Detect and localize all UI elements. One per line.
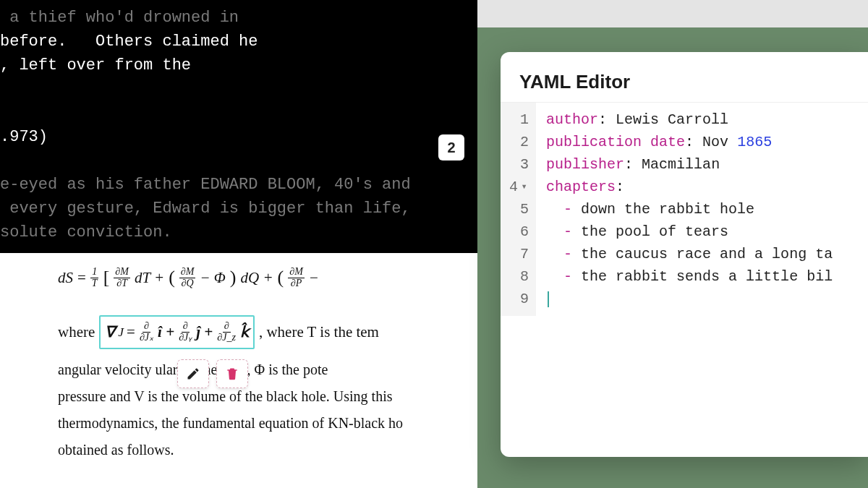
terminal-line: every gesture, Edward is bigger than lif… — [0, 197, 477, 221]
terminal-line: .973) — [0, 125, 477, 149]
yaml-editor-panel: YAML Editor 123456789 author: Lewis Carr… — [501, 52, 868, 457]
line-number: 7 — [509, 243, 529, 265]
selected-equation[interactable]: ∇J = ∂∂Jₓ î + ∂∂Jᵧ ĵ + ∂∂J_z k̂ — [99, 315, 255, 349]
selection-toolbar — [177, 359, 248, 388]
yaml-line[interactable]: - down the rabbit hole — [546, 198, 833, 221]
terminal-line — [0, 77, 477, 101]
yaml-line[interactable]: - the caucus race and a long ta — [546, 243, 833, 265]
delete-button[interactable] — [216, 359, 248, 388]
yaml-editor-title: YAML Editor — [501, 52, 868, 102]
yaml-line[interactable]: publication date: Nov 1865 — [546, 131, 833, 153]
equation-dS: dS = 1T [ ∂M∂T dT + ( ∂M∂Q − Φ ) dQ + ( … — [58, 260, 463, 295]
edit-button[interactable] — [177, 359, 209, 388]
yaml-line[interactable]: - the pool of tears — [546, 221, 833, 243]
yaml-line[interactable]: chapters: — [546, 176, 833, 198]
terminal-line — [0, 149, 477, 173]
line-number: 1 — [509, 108, 529, 131]
terminal-line: e-eyed as his father EDWARD BLOOM, 40's … — [0, 173, 477, 197]
yaml-code[interactable]: author: Lewis Carrollpublication date: N… — [536, 103, 833, 316]
yaml-line[interactable] — [546, 288, 833, 310]
line-number: 5 — [509, 198, 529, 221]
terminal-line: before. Others claimed he — [0, 30, 477, 53]
yaml-gutter: 123456789 — [501, 103, 536, 316]
yaml-line[interactable]: - the rabbit sends a little bil — [546, 265, 833, 288]
text-cursor — [548, 291, 549, 307]
line-number: 4 — [509, 176, 529, 198]
terminal-pane: a thief who'd drowned inbefore. Others c… — [0, 0, 477, 253]
paragraph-line: angular velocity ular momentum, Φ is the… — [58, 356, 463, 383]
line-number: 9 — [509, 288, 529, 310]
paragraph-line: thermodynamics, the fundamental equation… — [58, 410, 463, 437]
pencil-icon — [186, 367, 200, 381]
terminal-line: solute conviction. — [0, 221, 477, 244]
trash-icon — [225, 367, 239, 381]
line-number: 3 — [509, 153, 529, 176]
line-number: 6 — [509, 221, 529, 243]
yaml-line[interactable]: publisher: Macmillan — [546, 153, 833, 176]
terminal-line — [0, 101, 477, 125]
line-number: 8 — [509, 265, 529, 288]
terminal-line: , left over from the — [0, 53, 477, 77]
count-badge-value: 2 — [447, 140, 455, 156]
paragraph-line: pressure and V is the volume of the blac… — [58, 383, 463, 410]
line-number: 2 — [509, 131, 529, 153]
yaml-line[interactable]: author: Lewis Carroll — [546, 108, 833, 131]
terminal-line: a thief who'd drowned in — [0, 6, 477, 30]
equation-nabla-row: where ∇J = ∂∂Jₓ î + ∂∂Jᵧ ĵ + ∂∂J_z k̂ , … — [58, 315, 463, 349]
count-badge: 2 — [438, 134, 464, 160]
paragraph-line: obtained as follows. — [58, 437, 463, 463]
